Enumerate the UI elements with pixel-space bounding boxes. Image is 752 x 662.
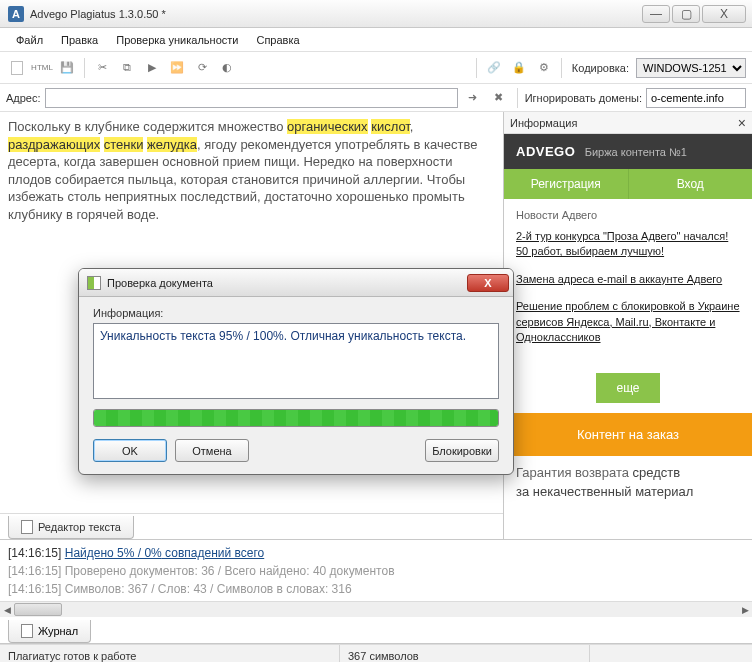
text-highlight: стенки	[104, 137, 144, 152]
toolbar-new-icon[interactable]	[6, 57, 28, 79]
document-icon	[21, 624, 33, 638]
encoding-label: Кодировка:	[572, 62, 629, 74]
menu-file[interactable]: Файл	[8, 31, 51, 49]
window-titlebar: A Advego Plagiatus 1.3.0.50 * — ▢ X	[0, 0, 752, 28]
status-ready: Плагиатус готов к работе	[0, 645, 340, 662]
news-block: Новости Адвего 2-й тур конкурса "Проза А…	[504, 199, 752, 367]
log-text[interactable]: [14:16:15] Найдено 5% / 0% совпадений вс…	[0, 540, 752, 601]
news-link[interactable]: Замена адреса e-mail в аккаунте Адвего	[516, 272, 740, 287]
tab-label: Журнал	[38, 625, 78, 637]
info-panel-header: Информация ×	[504, 112, 752, 134]
login-button[interactable]: Вход	[628, 169, 753, 199]
scroll-right-icon[interactable]: ▶	[738, 602, 752, 617]
log-timestamp: [14:16:15]	[8, 546, 61, 560]
info-panel: Информация × ADVEGO Биржа контента №1 Ре…	[504, 112, 752, 539]
advego-banner: ADVEGO Биржа контента №1	[504, 134, 752, 169]
statusbar: Плагиатус готов к работе 367 символов	[0, 644, 752, 662]
window-close-button[interactable]: X	[702, 5, 746, 23]
app-icon: A	[8, 6, 24, 22]
toolbar-separator	[476, 58, 477, 78]
advego-logo: ADVEGO	[516, 144, 575, 159]
toolbar-link-icon[interactable]: 🔗	[483, 57, 505, 79]
status-chars: 367 символов	[340, 645, 590, 662]
address-label: Адрес:	[6, 92, 41, 104]
scrollbar-thumb[interactable]	[14, 603, 62, 616]
document-icon	[21, 520, 33, 534]
dialog-progressbar	[93, 409, 499, 427]
text-highlight: органических	[287, 119, 368, 134]
tab-editor[interactable]: Редактор текста	[8, 516, 134, 539]
scroll-left-icon[interactable]: ◀	[0, 602, 14, 617]
advego-nav: Регистрация Вход	[504, 169, 752, 199]
window-minimize-button[interactable]: —	[642, 5, 670, 23]
toolbar-cut-icon[interactable]: ✂	[91, 57, 113, 79]
dialog-body: Информация: Уникальность текста 95% / 10…	[79, 297, 513, 474]
text-highlight: раздражающих	[8, 137, 100, 152]
log-pane: [14:16:15] Найдено 5% / 0% совпадений вс…	[0, 540, 752, 644]
toolbar-ff-icon[interactable]: ⏩	[166, 57, 188, 79]
text-highlight: кислот	[371, 119, 410, 134]
dialog-title: Проверка документа	[107, 277, 467, 289]
register-button[interactable]: Регистрация	[504, 169, 628, 199]
toolbar-html-icon[interactable]: HTML	[31, 57, 53, 79]
log-tabs: Журнал	[0, 617, 752, 643]
log-line: [14:16:15] Символов: 367 / Слов: 43 / Си…	[8, 580, 744, 598]
progressbar-fill	[94, 410, 498, 426]
toolbar: HTML 💾 ✂ ⧉ ▶ ⏩ ⟳ ◐ 🔗 🔒 ⚙ Кодировка: WIND…	[0, 52, 752, 84]
log-line: [14:16:15] Проверено документов: 36 / Вс…	[8, 562, 744, 580]
toolbar-separator	[561, 58, 562, 78]
more-button[interactable]: еще	[596, 373, 660, 403]
ignore-domains-input[interactable]	[646, 88, 746, 108]
menu-help[interactable]: Справка	[248, 31, 307, 49]
encoding-select[interactable]: WINDOWS-1251	[636, 58, 746, 78]
window-maximize-button[interactable]: ▢	[672, 5, 700, 23]
info-panel-title: Информация	[510, 117, 577, 129]
text-highlight: желудка	[147, 137, 197, 152]
info-panel-close-icon[interactable]: ×	[738, 115, 746, 131]
go-icon[interactable]: ➜	[462, 87, 484, 109]
tab-log[interactable]: Журнал	[8, 620, 91, 643]
news-header: Новости Адвего	[516, 209, 740, 221]
dialog-info-text: Уникальность текста 95% / 100%. Отличная…	[93, 323, 499, 399]
address-input[interactable]	[45, 88, 458, 108]
address-bar: Адрес: ➜ ✖ Игнорировать домены:	[0, 84, 752, 112]
log-horizontal-scrollbar[interactable]: ◀ ▶	[0, 601, 752, 617]
window-title: Advego Plagiatus 1.3.0.50 *	[30, 8, 642, 20]
tab-label: Редактор текста	[38, 521, 121, 533]
separator	[517, 88, 518, 108]
ignore-domains-label: Игнорировать домены:	[525, 92, 642, 104]
toolbar-separator	[84, 58, 85, 78]
menu-edit[interactable]: Правка	[53, 31, 106, 49]
dialog-icon	[87, 276, 101, 290]
dialog-titlebar: Проверка документа X	[79, 269, 513, 297]
log-link[interactable]: Найдено 5% / 0%	[65, 546, 162, 560]
toolbar-copy-icon[interactable]: ⧉	[116, 57, 138, 79]
advego-tagline: Биржа контента №1	[585, 146, 687, 158]
toolbar-save-icon[interactable]: 💾	[56, 57, 78, 79]
toolbar-globe-icon[interactable]: ◐	[216, 57, 238, 79]
toolbar-lock-icon[interactable]: 🔒	[508, 57, 530, 79]
log-link[interactable]: совпадений всего	[162, 546, 264, 560]
news-link[interactable]: Решение проблем с блокировкой в Украине …	[516, 299, 740, 345]
ok-button[interactable]: OK	[93, 439, 167, 462]
clear-address-icon[interactable]: ✖	[488, 87, 510, 109]
dialog-close-button[interactable]: X	[467, 274, 509, 292]
toolbar-gear-icon[interactable]: ⚙	[533, 57, 555, 79]
blocklist-button[interactable]: Блокировки	[425, 439, 499, 462]
toolbar-play-icon[interactable]: ▶	[141, 57, 163, 79]
menubar: Файл Правка Проверка уникальности Справк…	[0, 28, 752, 52]
dialog-info-label: Информация:	[93, 307, 499, 319]
editor-tabs: Редактор текста	[0, 513, 503, 539]
guarantee-text: Гарантия возврата средств за некачествен…	[504, 456, 752, 508]
order-content-button[interactable]: Контент на заказ	[504, 413, 752, 456]
text-fragment: Поскольку в клубнике содержится множеств…	[8, 119, 287, 134]
menu-check[interactable]: Проверка уникальности	[108, 31, 246, 49]
check-dialog: Проверка документа X Информация: Уникаль…	[78, 268, 514, 475]
dialog-buttons: OK Отмена Блокировки	[93, 439, 499, 462]
toolbar-refresh-icon[interactable]: ⟳	[191, 57, 213, 79]
cancel-button[interactable]: Отмена	[175, 439, 249, 462]
news-link[interactable]: 2-й тур конкурса "Проза Адвего" начался!…	[516, 229, 740, 260]
